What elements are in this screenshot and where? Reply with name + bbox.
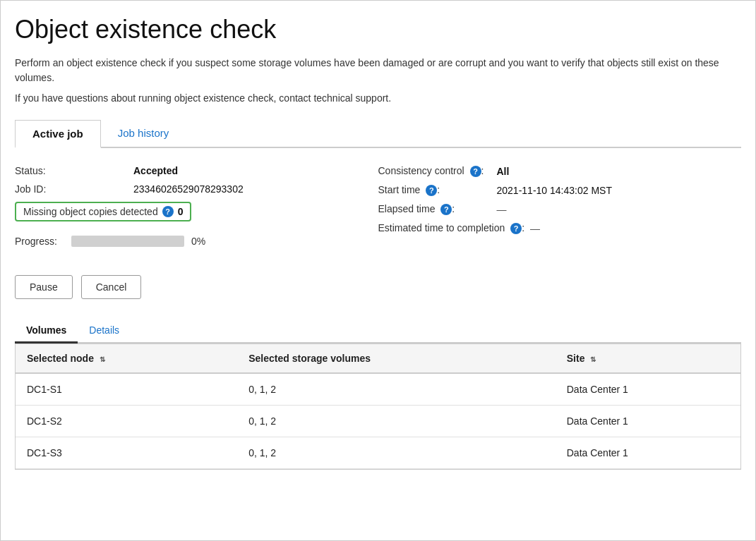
status-value: Accepted <box>133 165 178 176</box>
cell-node-1: DC1-S2 <box>16 406 237 437</box>
sub-tab-details[interactable]: Details <box>78 319 131 344</box>
missing-copies-value: 0 <box>178 206 184 217</box>
estimated-time-row: Estimated time to completion ?: — <box>378 222 742 234</box>
volumes-table-wrapper: Selected node ⇅ Selected storage volumes… <box>15 344 741 470</box>
job-id-row: Job ID: 23346026529078293302 <box>15 183 378 195</box>
page-title: Object existence check <box>15 15 741 44</box>
progress-pct: 0% <box>191 236 205 247</box>
table-row: DC1-S1 0, 1, 2 Data Center 1 <box>16 373 740 406</box>
cell-node-2: DC1-S3 <box>16 437 237 469</box>
consistency-control-value: All <box>497 166 510 177</box>
cell-site-0: Data Center 1 <box>556 373 740 406</box>
buttons-row: Pause Cancel <box>15 275 741 299</box>
missing-copies-row: Missing object copies detected ? 0 <box>15 202 378 221</box>
sort-icon-node: ⇅ <box>100 355 105 363</box>
elapsed-time-value: — <box>497 204 507 215</box>
col-header-selected-node[interactable]: Selected node ⇅ <box>16 344 237 373</box>
cell-node-0: DC1-S1 <box>16 373 237 406</box>
estimated-time-label: Estimated time to completion ?: <box>378 222 525 234</box>
col-header-selected-storage-volumes: Selected storage volumes <box>237 344 556 373</box>
tab-active-job[interactable]: Active job <box>15 120 101 148</box>
cell-volumes-0: 0, 1, 2 <box>237 373 556 406</box>
consistency-control-row: Consistency control ?: All <box>378 165 742 177</box>
job-id-value: 23346026529078293302 <box>133 183 244 195</box>
description1: Perform an object existence check if you… <box>15 56 741 85</box>
elapsed-time-row: Elapsed time ?: — <box>378 203 742 215</box>
sub-tab-volumes[interactable]: Volumes <box>15 319 78 344</box>
cancel-button[interactable]: Cancel <box>81 275 142 299</box>
description2: If you have questions about running obje… <box>15 91 741 106</box>
cell-site-1: Data Center 1 <box>556 406 740 437</box>
consistency-control-label: Consistency control ?: <box>378 165 491 177</box>
start-time-row: Start time ?: 2021-11-10 14:43:02 MST <box>378 184 742 196</box>
cell-volumes-2: 0, 1, 2 <box>237 437 556 469</box>
progress-row: Progress: 0% <box>15 236 378 247</box>
table-row: DC1-S2 0, 1, 2 Data Center 1 <box>16 406 740 437</box>
pause-button[interactable]: Pause <box>15 275 73 299</box>
start-time-value: 2021-11-10 14:43:02 MST <box>497 185 612 196</box>
info-right-column: Consistency control ?: All Start time ?:… <box>378 165 742 261</box>
missing-copies-help-icon[interactable]: ? <box>162 206 174 217</box>
cell-site-2: Data Center 1 <box>556 437 740 469</box>
page-container: Object existence check Perform an object… <box>0 0 756 541</box>
missing-copies-label: Missing object copies detected <box>23 206 158 217</box>
progress-label: Progress: <box>15 236 64 247</box>
status-row: Status: Accepted <box>15 165 378 176</box>
start-time-help-icon[interactable]: ? <box>426 185 437 196</box>
consistency-help-icon[interactable]: ? <box>470 166 481 177</box>
table-header-row: Selected node ⇅ Selected storage volumes… <box>16 344 740 373</box>
status-label: Status: <box>15 165 128 176</box>
volumes-table: Selected node ⇅ Selected storage volumes… <box>16 344 740 469</box>
info-left-column: Status: Accepted Job ID: 233460265290782… <box>15 165 378 261</box>
estimated-time-help-icon[interactable]: ? <box>510 223 522 234</box>
tab-job-history[interactable]: Job history <box>101 120 186 148</box>
col-header-site[interactable]: Site ⇅ <box>556 344 740 373</box>
main-tabs-bar: Active job Job history <box>15 120 741 148</box>
sort-icon-site: ⇅ <box>590 355 596 363</box>
table-row: DC1-S3 0, 1, 2 Data Center 1 <box>16 437 740 469</box>
sub-tabs-bar: Volumes Details <box>15 319 741 344</box>
elapsed-time-label: Elapsed time ?: <box>378 203 491 215</box>
cell-volumes-1: 0, 1, 2 <box>237 406 556 437</box>
estimated-time-value: — <box>530 223 540 234</box>
info-grid: Status: Accepted Job ID: 233460265290782… <box>15 165 741 261</box>
progress-bar-container <box>71 236 184 247</box>
job-id-label: Job ID: <box>15 183 128 195</box>
start-time-label: Start time ?: <box>378 184 491 196</box>
missing-copies-badge: Missing object copies detected ? 0 <box>15 202 191 221</box>
elapsed-time-help-icon[interactable]: ? <box>440 204 452 215</box>
